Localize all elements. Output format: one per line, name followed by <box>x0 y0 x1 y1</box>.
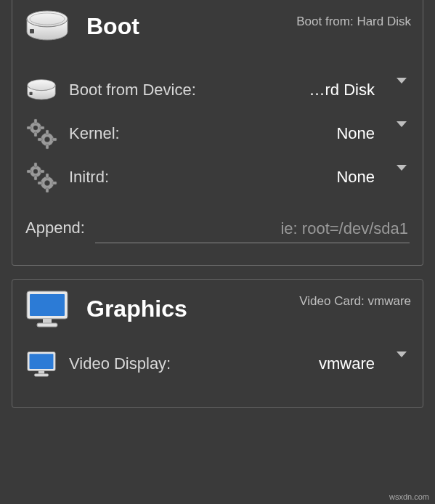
gears-icon <box>24 161 59 193</box>
graphics-section: Graphics Video Card: vmware Video Displa… <box>12 279 423 408</box>
svg-rect-36 <box>34 374 48 376</box>
monitor-icon <box>24 288 70 329</box>
chevron-down-icon <box>397 171 407 184</box>
svg-rect-35 <box>38 371 44 374</box>
svg-rect-34 <box>30 354 54 369</box>
svg-rect-16 <box>52 138 57 141</box>
chevron-down-icon <box>397 84 407 97</box>
video-display-label: Video Display: <box>69 354 171 373</box>
svg-rect-27 <box>38 182 42 184</box>
svg-rect-14 <box>46 145 49 149</box>
boot-header: Boot Boot from: Hard Disk <box>24 9 411 44</box>
svg-rect-8 <box>34 132 37 137</box>
boot-title: Boot <box>86 13 139 40</box>
svg-rect-32 <box>37 323 57 327</box>
graphics-subtitle: Video Card: vmware <box>299 294 411 309</box>
initrd-label: Initrd: <box>69 168 109 187</box>
boot-subtitle: Boot from: Hard Disk <box>296 15 411 29</box>
chevron-down-icon <box>397 357 407 370</box>
svg-point-6 <box>33 126 38 130</box>
svg-rect-19 <box>34 163 37 167</box>
gears-icon <box>24 118 59 150</box>
svg-rect-22 <box>40 170 44 173</box>
video-display-value: vmware <box>319 354 375 373</box>
append-row: Append: <box>24 215 411 243</box>
svg-rect-26 <box>46 188 49 192</box>
boot-device-label: Boot from Device: <box>69 81 196 99</box>
boot-from-device-row[interactable]: Boot from Device: …rd Disk <box>24 68 411 112</box>
svg-rect-15 <box>38 138 42 141</box>
append-input[interactable] <box>95 215 410 243</box>
svg-rect-9 <box>27 126 31 129</box>
append-label: Append: <box>25 219 85 243</box>
boot-device-value: …rd Disk <box>309 81 375 99</box>
svg-rect-20 <box>34 176 37 180</box>
kernel-row[interactable]: Kernel: None <box>24 112 411 155</box>
initrd-row[interactable]: Initrd: None <box>24 155 411 199</box>
hard-disk-icon <box>24 78 59 102</box>
svg-rect-1 <box>30 29 34 33</box>
boot-section: Boot Boot from: Hard Disk Boot from Devi… <box>12 0 423 266</box>
svg-point-12 <box>45 137 50 142</box>
svg-rect-4 <box>30 92 33 95</box>
kernel-label: Kernel: <box>69 124 120 143</box>
svg-rect-21 <box>27 170 31 173</box>
svg-point-24 <box>45 181 50 186</box>
svg-rect-10 <box>40 126 44 129</box>
svg-rect-31 <box>43 319 52 323</box>
svg-rect-30 <box>30 294 65 316</box>
graphics-title: Graphics <box>86 296 187 322</box>
svg-point-18 <box>33 169 38 174</box>
svg-rect-7 <box>34 119 37 123</box>
svg-rect-25 <box>46 174 49 178</box>
chevron-down-icon <box>397 127 407 140</box>
initrd-value: None <box>336 168 375 187</box>
monitor-icon <box>24 349 59 378</box>
kernel-value: None <box>336 124 375 143</box>
svg-rect-28 <box>52 182 57 184</box>
graphics-header: Graphics Video Card: vmware <box>24 288 411 329</box>
svg-rect-13 <box>46 130 49 134</box>
watermark: wsxdn.com <box>389 492 429 501</box>
hard-disk-icon <box>24 9 70 44</box>
video-display-row[interactable]: Video Display: vmware <box>24 342 411 386</box>
